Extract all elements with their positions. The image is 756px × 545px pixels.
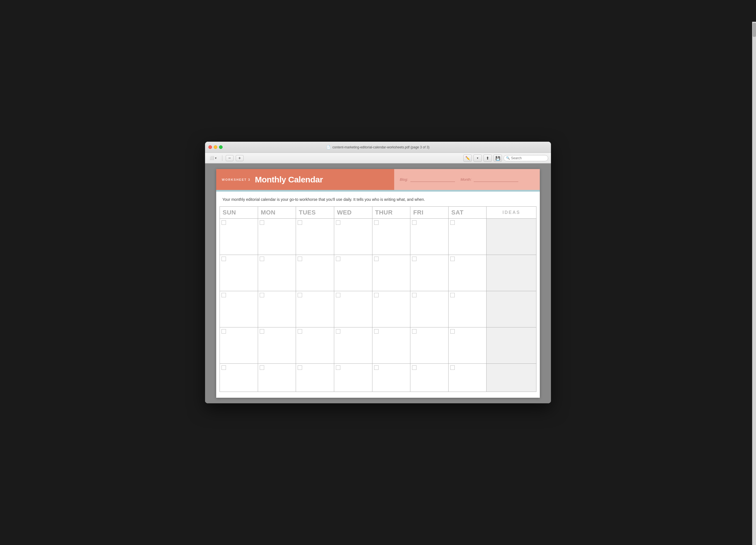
worksheet-title: Monthly Calendar xyxy=(255,175,323,184)
pen-icon: ✏️ xyxy=(465,156,470,160)
cell-number xyxy=(336,365,340,370)
cell-number xyxy=(298,329,302,334)
maximize-button[interactable] xyxy=(219,145,223,149)
cell-5-thu xyxy=(372,364,411,392)
header-fri: FRI xyxy=(410,207,449,218)
header-thur: THUR xyxy=(372,207,411,218)
cell-5-fri xyxy=(410,364,449,392)
description-paragraph: Your monthly editorial calendar is your … xyxy=(222,197,534,202)
search-box[interactable]: 🔍 xyxy=(504,155,548,161)
cell-number xyxy=(374,293,379,297)
cell-5-tue xyxy=(296,364,334,392)
worksheet-header: WORKSHEET 3 Monthly Calendar Blog: Month… xyxy=(216,169,540,190)
cell-number xyxy=(298,220,302,225)
cell-2-sat xyxy=(449,255,487,291)
cell-2-sun xyxy=(220,255,258,291)
calendar-row-3 xyxy=(220,291,536,327)
calendar-row-1 xyxy=(220,219,536,255)
cell-5-mon xyxy=(258,364,296,392)
cell-4-tue xyxy=(296,327,334,363)
save-button[interactable]: 💾 xyxy=(493,155,502,162)
cell-3-fri xyxy=(410,291,449,327)
cell-number xyxy=(450,293,455,297)
cell-number xyxy=(374,329,379,334)
cell-3-sun xyxy=(220,291,258,327)
cell-3-thu xyxy=(372,291,411,327)
cell-number xyxy=(298,257,302,261)
cell-number xyxy=(450,257,455,261)
blog-label: Blog: xyxy=(400,177,408,182)
window-title-area: 📄 content-marketing-editorial-calendar-w… xyxy=(326,145,429,149)
cell-number xyxy=(260,257,264,261)
cell-5-sun xyxy=(220,364,258,392)
cell-number xyxy=(221,220,226,225)
sidebar-toggle-button[interactable]: ⬜ ▼ xyxy=(208,155,219,161)
blog-underline xyxy=(410,177,455,182)
cell-number xyxy=(298,293,302,297)
cell-4-wed xyxy=(334,327,372,363)
cell-1-wed xyxy=(334,219,372,255)
share-icon: ⬆ xyxy=(486,156,489,160)
titlebar: 📄 content-marketing-editorial-calendar-w… xyxy=(205,142,551,153)
traffic-lights xyxy=(208,145,223,149)
cell-number xyxy=(374,257,379,261)
cell-2-thu xyxy=(372,255,411,291)
cell-number xyxy=(412,220,416,225)
zoom-in-button[interactable]: + xyxy=(236,155,244,161)
toolbar-separator-1 xyxy=(222,155,222,161)
cell-number xyxy=(450,365,455,370)
zoom-out-button[interactable]: − xyxy=(226,155,233,161)
cell-5-wed xyxy=(334,364,372,392)
month-label: Month: xyxy=(461,177,472,182)
window-title: content-marketing-editorial-calendar-wor… xyxy=(332,145,429,149)
header-sun: SUN xyxy=(220,207,258,218)
header-wed: WED xyxy=(334,207,372,218)
pdf-page: WORKSHEET 3 Monthly Calendar Blog: Month… xyxy=(216,169,540,398)
ideas-cell-3 xyxy=(487,291,536,327)
chevron-down-icon: ▼ xyxy=(215,157,217,160)
cell-1-tue xyxy=(296,219,334,255)
cell-1-thu xyxy=(372,219,411,255)
save-icon: 💾 xyxy=(495,156,500,160)
cell-number xyxy=(221,293,226,297)
calendar-headers: SUN MON TUES WED THUR FRI SAT IDEAS xyxy=(220,207,536,219)
cell-2-mon xyxy=(258,255,296,291)
cell-5-sat xyxy=(449,364,487,392)
cell-number xyxy=(412,329,416,334)
cell-number xyxy=(374,365,379,370)
ideas-cell-5 xyxy=(487,364,536,392)
cell-number xyxy=(298,365,302,370)
cell-number xyxy=(336,293,340,297)
month-underline xyxy=(474,177,518,182)
share-button[interactable]: ⬆ xyxy=(483,155,492,162)
annotate-button[interactable]: ✏️ xyxy=(463,155,472,162)
cell-1-sat xyxy=(449,219,487,255)
cell-2-fri xyxy=(410,255,449,291)
cell-number xyxy=(412,293,416,297)
ideas-cell-4 xyxy=(487,327,536,363)
cell-number xyxy=(450,220,455,225)
ideas-cell-1 xyxy=(487,219,536,255)
cell-number xyxy=(221,365,226,370)
calendar-row-2 xyxy=(220,255,536,291)
description-text: Your monthly editorial calendar is your … xyxy=(216,192,540,206)
cell-number xyxy=(336,220,340,225)
header-sat: SAT xyxy=(449,207,487,218)
annotate-dropdown-button[interactable]: ▼ xyxy=(473,155,482,162)
cell-3-wed xyxy=(334,291,372,327)
toolbar-right: ✏️ ▼ ⬆ 💾 🔍 xyxy=(463,155,548,162)
cell-1-fri xyxy=(410,219,449,255)
cell-number xyxy=(221,257,226,261)
cell-2-wed xyxy=(334,255,372,291)
cell-number xyxy=(336,257,340,261)
header-orange-section: WORKSHEET 3 Monthly Calendar xyxy=(216,169,394,190)
close-button[interactable] xyxy=(208,145,212,149)
ideas-cell-2 xyxy=(487,255,536,291)
header-mon: MON xyxy=(258,207,296,218)
pdf-icon: 📄 xyxy=(326,145,331,149)
minimize-button[interactable] xyxy=(214,145,217,149)
header-pink-section: Blog: Month: xyxy=(394,169,540,190)
cell-2-tue xyxy=(296,255,334,291)
cell-number xyxy=(412,365,416,370)
search-input[interactable] xyxy=(511,156,546,160)
